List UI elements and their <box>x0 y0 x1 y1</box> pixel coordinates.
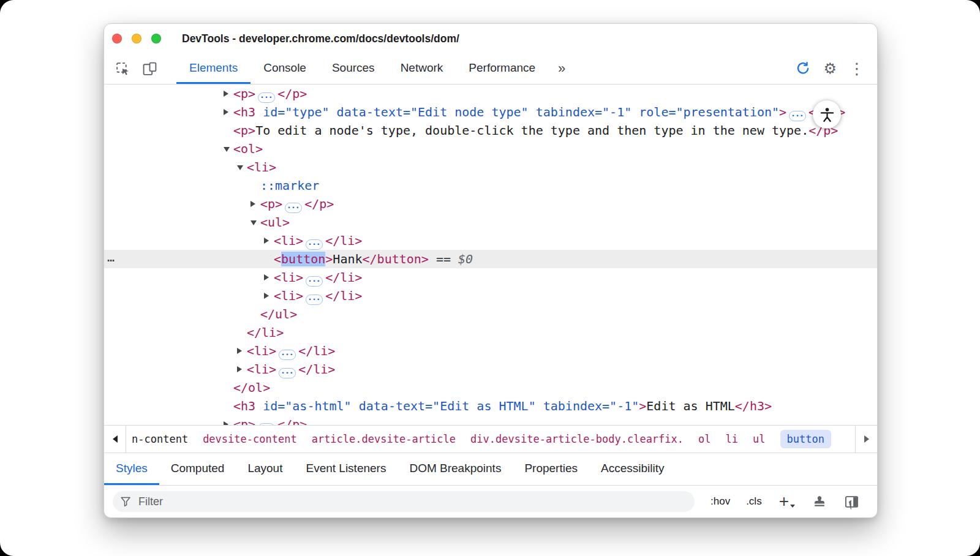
main-toolbar: ElementsConsoleSourcesNetworkPerformance… <box>104 53 877 85</box>
ellipsis-expand-button[interactable]: ••• <box>285 203 302 213</box>
expand-arrow-icon[interactable] <box>251 201 255 207</box>
zoom-window-button[interactable] <box>151 34 161 43</box>
sync-icon[interactable] <box>795 61 811 77</box>
toggle-element-state-button[interactable]: :hov <box>710 495 730 508</box>
ellipsis-expand-button[interactable]: ••• <box>306 239 323 250</box>
dom-tree-row[interactable]: <li>•••</li> <box>104 360 877 378</box>
expand-arrow-icon[interactable] <box>224 109 228 115</box>
breadcrumbs: n-contentdevsite-contentarticle.devsite-… <box>126 426 855 453</box>
expand-arrow-icon[interactable] <box>264 293 269 299</box>
styles-filter-field[interactable] <box>113 491 695 512</box>
element-classes-button[interactable]: .cls <box>746 495 762 508</box>
breadcrumb-item[interactable]: n-content <box>132 433 188 445</box>
dom-tree-row[interactable]: </li> <box>104 323 877 342</box>
close-window-button[interactable] <box>112 34 122 43</box>
new-style-rule-button[interactable]: + <box>779 495 795 508</box>
code-token-tag: <h3 <box>233 105 255 119</box>
code-token-attr: tabindex="-1" <box>536 399 639 413</box>
dom-tree-row[interactable]: <ul> <box>104 213 877 231</box>
breadcrumb-scroll-left-button[interactable] <box>104 426 126 453</box>
code-token-tag: > <box>779 105 786 119</box>
ellipsis-expand-button[interactable]: ••• <box>306 295 323 305</box>
tab-layout[interactable]: Layout <box>236 453 294 485</box>
toggle-sidebar-icon[interactable] <box>844 494 859 509</box>
breadcrumb-item[interactable]: li <box>726 433 738 445</box>
kebab-menu-icon[interactable]: ⋮ <box>849 61 865 77</box>
code-token-tag: <ol> <box>233 141 263 156</box>
ellipsis-expand-button[interactable]: ••• <box>306 276 323 287</box>
dom-tree-row[interactable]: <p>•••</p> <box>104 415 877 425</box>
tab-console[interactable]: Console <box>251 53 319 84</box>
code-token-text: Edit as HTML <box>646 399 735 413</box>
code-token-tag: <p> <box>260 197 282 211</box>
code-token-tag: </p> <box>277 417 307 425</box>
dom-tree-row[interactable]: <li>•••</li> <box>104 287 877 305</box>
code-token-attr: id="as-html" <box>255 399 352 413</box>
code-token-eq: == <box>429 252 458 266</box>
breadcrumb-item[interactable]: article.devsite-article <box>312 433 456 445</box>
expand-arrow-icon[interactable] <box>264 238 269 244</box>
device-toolbar-icon[interactable] <box>141 60 158 77</box>
expand-arrow-icon[interactable] <box>224 421 228 425</box>
collapse-arrow-icon[interactable] <box>251 220 257 225</box>
code-token-tag: </li> <box>247 325 284 340</box>
breadcrumb-item[interactable]: devsite-content <box>203 433 297 445</box>
breadcrumb-scroll-right-button[interactable] <box>855 426 877 453</box>
dom-tree-row[interactable]: <li> <box>104 158 877 176</box>
tab-styles[interactable]: Styles <box>104 453 159 485</box>
breadcrumb-item-selected[interactable]: button <box>780 430 831 448</box>
dom-tree-row[interactable]: <p>To edit a node's type, double-click t… <box>104 121 877 140</box>
tab-event-listeners[interactable]: Event Listeners <box>294 453 398 485</box>
filter-input[interactable] <box>137 495 687 509</box>
code-token-attr: data-text="Edit node type" <box>330 105 529 119</box>
minimize-window-button[interactable] <box>132 34 141 43</box>
row-actions-ellipsis[interactable]: … <box>107 248 115 266</box>
tab-performance[interactable]: Performance <box>456 53 548 84</box>
tab-network[interactable]: Network <box>388 53 456 84</box>
ellipsis-expand-button[interactable]: ••• <box>258 423 275 425</box>
tab-computed[interactable]: Computed <box>159 453 236 485</box>
more-tabs-button[interactable]: » <box>552 61 571 77</box>
tab-sources[interactable]: Sources <box>319 53 388 84</box>
tab-elements[interactable]: Elements <box>176 53 251 84</box>
tab-dom-breakpoints[interactable]: DOM Breakpoints <box>398 453 513 485</box>
breadcrumb-item[interactable]: ol <box>698 433 710 445</box>
dom-tree-row[interactable]: <li>•••</li> <box>104 268 877 287</box>
breadcrumb-item[interactable]: ul <box>753 433 765 445</box>
settings-gear-icon[interactable]: ⚙ <box>823 61 837 76</box>
expand-arrow-icon[interactable] <box>224 91 228 97</box>
tab-properties[interactable]: Properties <box>513 453 589 485</box>
ellipsis-expand-button[interactable]: ••• <box>279 368 296 378</box>
collapse-arrow-icon[interactable] <box>237 165 243 170</box>
dom-tree-row-selected[interactable]: …<button>Hank</button> == $0 <box>104 250 877 268</box>
code-token-tag: </button> <box>363 252 429 266</box>
code-token-tag: <ul> <box>260 215 290 230</box>
code-token-res: $0 <box>458 252 473 266</box>
dom-tree-row[interactable]: ::marker <box>104 176 877 195</box>
dom-tree-row[interactable]: <li>•••</li> <box>104 231 877 250</box>
inspect-element-icon[interactable] <box>114 60 131 77</box>
code-token-tag: <p> <box>233 417 255 425</box>
dom-tree-row[interactable]: </ul> <box>104 305 877 323</box>
ellipsis-expand-button[interactable]: ••• <box>258 92 275 103</box>
ellipsis-expand-button[interactable]: ••• <box>279 350 296 360</box>
code-token-marker: ::marker <box>260 178 319 193</box>
stamp-icon[interactable] <box>812 494 827 509</box>
dom-tree-row[interactable]: </ol> <box>104 378 877 397</box>
dom-tree-row[interactable]: <h3 id="as-html" data-text="Edit as HTML… <box>104 397 877 415</box>
expand-arrow-icon[interactable] <box>264 274 269 280</box>
breadcrumb-item[interactable]: div.devsite-article-body.clearfix. <box>470 433 684 445</box>
expand-arrow-icon[interactable] <box>237 366 242 372</box>
dom-tree-row[interactable]: <p>•••</p> <box>104 85 877 103</box>
code-token-tag: </li> <box>325 270 362 285</box>
dom-tree-row[interactable]: <h3 id="type" data-text="Edit node type"… <box>104 103 877 121</box>
dom-tree-row[interactable]: <ol> <box>104 140 877 158</box>
expand-arrow-icon[interactable] <box>237 348 242 354</box>
dom-tree-row[interactable]: <li>•••</li> <box>104 342 877 360</box>
toolbar-right-cluster: ⚙ ⋮ <box>795 61 877 77</box>
dom-tree-row[interactable]: <p>•••</p> <box>104 195 877 213</box>
collapse-arrow-icon[interactable] <box>224 147 230 152</box>
tab-accessibility[interactable]: Accessibility <box>589 453 676 485</box>
code-token-tag: < <box>274 252 281 266</box>
ellipsis-expand-button[interactable]: ••• <box>789 111 806 121</box>
